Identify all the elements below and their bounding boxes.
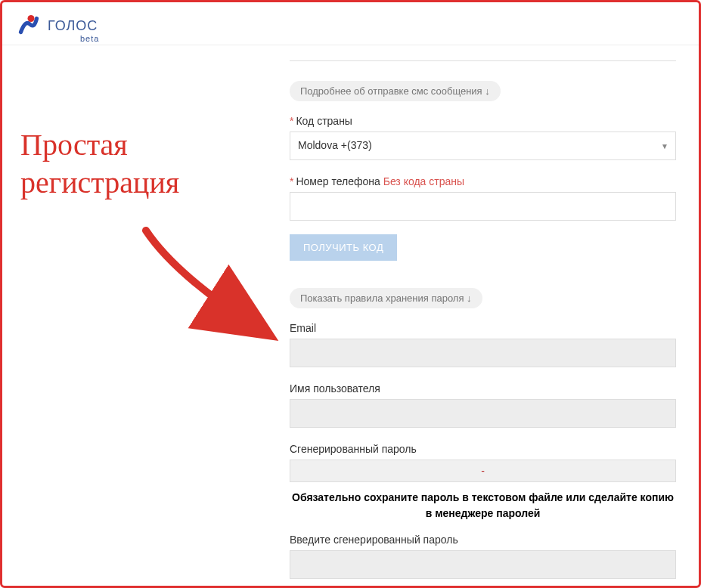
divider xyxy=(290,60,676,61)
generated-password-display: - xyxy=(290,460,676,482)
password-rules-toggle[interactable]: Показать правила хранения пароля ↓ xyxy=(290,288,482,308)
brand-name: ГОЛОС beta xyxy=(48,18,98,34)
country-code-label: *Код страны xyxy=(290,115,676,127)
enter-password-label: Введите сгенерированный пароль xyxy=(290,534,676,546)
phone-label: *Номер телефона Без кода страны xyxy=(290,175,676,187)
header: ГОЛОС beta xyxy=(2,2,699,45)
chevron-down-icon: ▼ xyxy=(661,142,668,150)
phone-hint: Без кода страны xyxy=(383,175,464,187)
save-password-notice: Обязательно сохраните пароль в текстовом… xyxy=(290,482,676,534)
beta-badge: beta xyxy=(80,34,99,43)
logo-icon xyxy=(17,13,40,39)
get-code-button[interactable]: ПОЛУЧИТЬ КОД xyxy=(290,234,397,261)
annotation-text: Простая регистрация xyxy=(20,126,179,202)
country-code-select[interactable]: Moldova +(373) ▼ xyxy=(290,132,676,160)
svg-point-0 xyxy=(28,15,35,22)
email-field[interactable] xyxy=(290,339,676,367)
brand-logo[interactable]: ГОЛОС beta xyxy=(17,13,98,39)
enter-password-field[interactable] xyxy=(290,550,676,579)
sms-info-toggle[interactable]: Подробнее об отправке смс сообщения ↓ xyxy=(290,81,501,101)
email-label: Email xyxy=(290,322,676,334)
generated-password-label: Сгенерированный пароль xyxy=(290,443,676,455)
username-field[interactable] xyxy=(290,399,676,428)
annotation-arrow-icon xyxy=(131,223,282,359)
username-label: Имя пользователя xyxy=(290,382,676,395)
registration-form: Подробнее об отправке смс сообщения ↓ *К… xyxy=(290,45,699,579)
phone-input[interactable] xyxy=(290,192,676,221)
country-code-value: Moldova +(373) xyxy=(290,132,676,160)
